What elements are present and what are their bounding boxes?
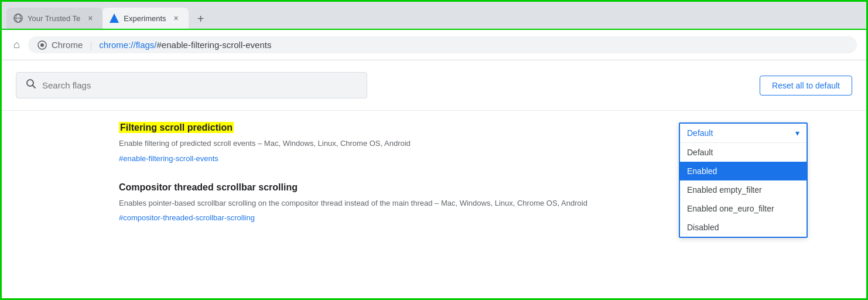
svg-point-4 [40, 43, 44, 47]
tab-experiments-close[interactable]: × [171, 13, 182, 23]
flags-list: Filtering scroll prediction Enable filte… [2, 111, 866, 300]
dropdown-header[interactable]: Default ▾ [680, 124, 807, 143]
search-bar-row: Reset all to default [2, 60, 866, 111]
dropdown-option-disabled[interactable]: Disabled [680, 218, 807, 237]
flag-description-compositor-threaded: Enables pointer-based scrollbar scrollin… [119, 197, 655, 209]
home-icon[interactable]: ⌂ [11, 36, 22, 53]
svg-line-6 [33, 86, 36, 88]
flag-info-filtering-scroll: Filtering scroll prediction Enable filte… [119, 122, 655, 163]
url-box[interactable]: Chrome | chrome://flags/#enable-filterin… [28, 36, 857, 53]
tab-experiments[interactable]: Experiments × [102, 8, 188, 29]
main-content: Reset all to default Filtering scroll pr… [2, 60, 866, 300]
url-flags: chrome://flags/#enable-filtering-scroll-… [99, 40, 271, 50]
tab-bar: Your Trusted Te × Experiments × + [2, 2, 866, 30]
security-icon [37, 40, 47, 50]
favicon-blue-triangle-icon [110, 13, 119, 23]
flag-link-compositor-threaded[interactable]: #compositor-threaded-scrollbar-scrolling [119, 213, 255, 222]
reset-all-button[interactable]: Reset all to default [760, 76, 852, 96]
search-input[interactable] [42, 80, 357, 90]
flag-name-highlight: Filtering scroll prediction [119, 122, 234, 133]
tab-trusted[interactable]: Your Trusted Te × [6, 8, 102, 29]
search-icon [26, 79, 36, 92]
flag-item-filtering-scroll: Filtering scroll prediction Enable filte… [119, 122, 808, 163]
dropdown-option-enabled-euro[interactable]: Enabled one_euro_filter [680, 199, 807, 218]
tab-add-button[interactable]: + [191, 9, 211, 29]
url-separator: | [90, 40, 92, 50]
dropdown-option-default[interactable]: Default [680, 143, 807, 162]
dropdown-open-filtering-scroll[interactable]: Default ▾ Default Enabled Enabled empty_… [679, 122, 808, 238]
url-flags-text: chrome://flags/ [99, 40, 156, 50]
flag-link-filtering-scroll[interactable]: #enable-filtering-scroll-events [119, 154, 218, 163]
dropdown-option-enabled[interactable]: Enabled [680, 162, 807, 180]
tab-trusted-label: Your Trusted Te [28, 14, 80, 23]
url-path-text: #enable-filtering-scroll-events [157, 40, 272, 50]
chrome-label: Chrome [52, 40, 83, 50]
flag-name-filtering-scroll: Filtering scroll prediction [119, 122, 655, 133]
dropdown-option-enabled-empty[interactable]: Enabled empty_filter [680, 180, 807, 199]
tab-trusted-close[interactable]: × [85, 13, 95, 23]
dropdown-chevron: ▾ [795, 128, 799, 138]
favicon-globe-icon [13, 13, 23, 23]
tab-experiments-label: Experiments [124, 14, 166, 23]
flag-info-compositor-threaded: Compositor threaded scrollbar scrolling … [119, 182, 655, 223]
dropdown-current-value: Default [687, 128, 713, 138]
flag-description-filtering-scroll: Enable filtering of predicted scroll eve… [119, 138, 655, 149]
address-bar: ⌂ Chrome | chrome://flags/#enable-filter… [2, 30, 866, 60]
flag-name-compositor-threaded: Compositor threaded scrollbar scrolling [119, 182, 655, 193]
search-box[interactable] [16, 72, 367, 98]
